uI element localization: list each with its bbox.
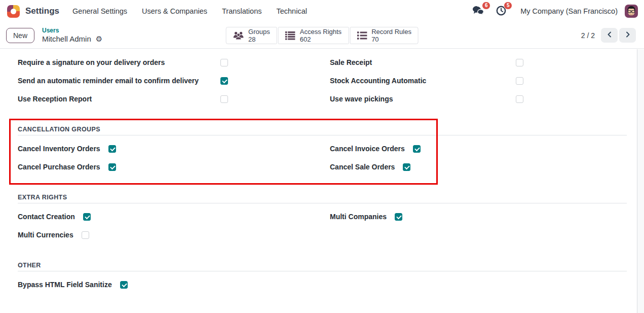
checkbox-checked[interactable] [108,163,116,171]
setting-label: Sale Receipt [330,58,516,66]
form-section: OTHERBypass HTML Field Sanitize [18,261,627,294]
setting-row: Contact Creation [18,207,330,226]
setting-row: Use wave pickings [330,90,627,108]
setting-row: Cancel Invoice Orders [330,140,627,158]
form-section: CANCELLATION GROUPSCancel Inventory Orde… [18,125,627,176]
pager-previous-button[interactable] [601,28,618,43]
user-avatar[interactable] [625,5,638,18]
messages-badge: 6 [482,2,490,10]
checkbox-checked[interactable] [108,145,116,153]
menu-translations[interactable]: Translations [222,7,261,15]
record-rules-icon [357,31,367,40]
pager: 2 / 2 [581,28,636,43]
setting-label: Use Reception Report [18,95,220,103]
navbar-systray: 6 5 My Company (San Francisco) [472,5,638,18]
vertical-scrollbar[interactable] [637,49,644,313]
access-rights-icon [285,31,295,40]
checkbox-checked[interactable] [83,213,91,221]
breadcrumb: Users Mitchell Admin ⚙ [42,27,102,43]
pager-counter: 2 / 2 [581,31,595,40]
setting-label: Use wave pickings [330,95,516,103]
checkbox-unchecked[interactable] [82,231,89,239]
section-divider [18,203,627,203]
setting-row: Sale Receipt [330,53,627,72]
section-title: CANCELLATION GROUPS [18,125,627,133]
setting-label: Bypass HTML Field Sanitize [18,281,112,289]
stat-value: 602 [300,36,311,43]
groups-icon [233,31,244,40]
messages-button[interactable]: 6 [472,5,485,18]
setting-row: Require a signature on your delivery ord… [18,53,330,72]
stat-label: Access Rights [300,28,342,36]
checkbox-checked[interactable] [120,281,128,289]
menu-general-settings[interactable]: General Settings [72,7,127,15]
stat-button-groups[interactable]: Groups 28 [225,27,277,44]
company-switcher[interactable]: My Company (San Francisco) [520,7,618,15]
chevron-left-icon [606,31,613,40]
new-button[interactable]: New [6,28,34,43]
checkbox-checked[interactable] [220,77,228,85]
activities-button[interactable]: 5 [496,5,507,18]
setting-label: Cancel Inventory Orders [18,145,100,153]
stat-button-access-rights[interactable]: Access Rights 602 [278,27,349,44]
setting-row: Multi Currencies [18,226,330,244]
menu-technical[interactable]: Technical [276,7,307,15]
breadcrumb-users-link[interactable]: Users [42,27,102,34]
setting-row: Multi Companies [330,207,627,226]
checkbox-unchecked[interactable] [516,77,523,85]
stat-value: 70 [371,36,378,43]
main-menu: General Settings Users & Companies Trans… [72,7,307,15]
chevron-right-icon [624,31,631,40]
chat-bubbles-icon [472,10,485,18]
stat-label: Groups [248,28,270,36]
control-panel: New Users Mitchell Admin ⚙ Groups 28 [0,22,644,49]
setting-label: Send an automatic reminder email to conf… [18,77,220,85]
setting-row: Bypass HTML Field Sanitize [18,275,330,294]
setting-label: Contact Creation [18,213,75,221]
settings-form: Require a signature on your delivery ord… [0,49,637,313]
menu-users-companies[interactable]: Users & Companies [142,7,207,15]
checkbox-unchecked[interactable] [220,95,228,103]
form-section: EXTRA RIGHTSContact CreationMulti Curren… [18,193,627,244]
checkbox-unchecked[interactable] [516,59,523,66]
setting-row: Send an automatic reminder email to conf… [18,72,330,90]
checkbox-unchecked[interactable] [516,95,523,103]
setting-label: Stock Accounting Automatic [330,77,516,85]
setting-label: Cancel Sale Orders [330,163,395,171]
odoo-logo-icon [7,5,20,18]
setting-label: Multi Currencies [18,231,73,239]
breadcrumb-current-record: Mitchell Admin [42,34,91,44]
checkbox-unchecked[interactable] [220,59,228,66]
clock-icon [496,10,507,18]
pager-next-button[interactable] [619,28,636,43]
top-checkbox-grid: Require a signature on your delivery ord… [18,53,627,108]
setting-label: Require a signature on your delivery ord… [18,58,220,66]
stat-value: 28 [248,36,255,43]
setting-label: Multi Companies [330,213,387,221]
setting-row: Cancel Inventory Orders [18,140,330,158]
checkbox-checked[interactable] [413,145,421,153]
section-title: OTHER [18,261,627,269]
setting-row: Use Reception Report [18,90,330,108]
checkbox-checked[interactable] [403,163,410,171]
setting-label: Cancel Invoice Orders [330,145,405,153]
gear-icon[interactable]: ⚙ [96,35,102,43]
section-divider [18,135,627,135]
section-divider [18,271,627,271]
setting-row: Cancel Purchase Orders [18,158,330,176]
stat-button-record-rules[interactable]: Record Rules 70 [350,27,419,44]
activities-badge: 5 [504,2,512,10]
setting-row: Stock Accounting Automatic [330,72,627,90]
checkbox-checked[interactable] [395,213,402,221]
app-menu-settings[interactable]: Settings [25,6,59,16]
stat-button-group: Groups 28 Access Rights 602 [225,27,419,44]
setting-row: Cancel Sale Orders [330,158,627,176]
section-title: EXTRA RIGHTS [18,193,627,201]
setting-label: Cancel Purchase Orders [18,163,100,171]
top-navbar: Settings General Settings Users & Compan… [0,0,644,22]
stat-label: Record Rules [371,28,411,36]
